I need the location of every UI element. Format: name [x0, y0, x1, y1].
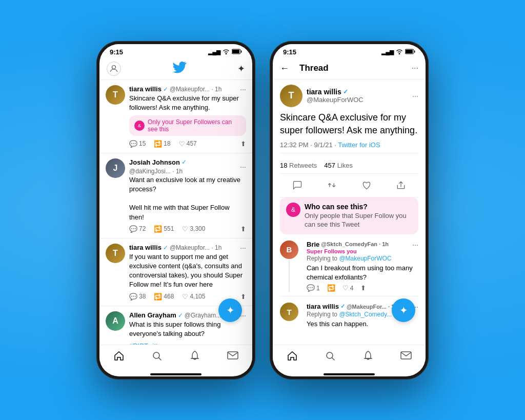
nav-search-1[interactable] [152, 351, 162, 364]
nav-messages-2[interactable] [400, 351, 412, 363]
reply-action-thread[interactable] [292, 180, 302, 193]
more-btn-main[interactable]: ··· [412, 92, 418, 100]
reply-2-name: tiara willis ✓ @MakeupFor... · 10m [307, 303, 402, 310]
status-time-1: 9:15 [110, 48, 123, 56]
like-action-1[interactable]: ♡ 457 [179, 140, 197, 148]
rt-icon-1: 🔁 [154, 140, 162, 148]
svg-rect-9 [406, 50, 413, 53]
compose-fab-1[interactable]: ✦ [218, 298, 242, 322]
share-action-thread[interactable] [396, 180, 406, 193]
verified-1: ✓ [163, 86, 168, 93]
main-tweet-meta: 12:32 PM · 9/1/21 · Twitter for iOS [280, 141, 418, 153]
tweet-3-user: tiara willis ✓ @Makeupfor... · 1h [129, 244, 237, 251]
likes-stat: 457 Likes [324, 162, 353, 169]
reply-1-actions: 💬 1 🔁 ♡ 4 ⬆ [307, 284, 418, 292]
signal-icon: ▂▄▆ [208, 49, 220, 55]
rt-reply-1[interactable]: 🔁 [327, 284, 335, 292]
user-name-2: Josiah Johnson [129, 158, 180, 166]
reply-action-1[interactable]: 💬 15 [129, 140, 146, 148]
tweet-3-header: tiara willis ✓ @Makeupfor... · 1h ··· [129, 244, 246, 252]
tweet-source-link[interactable]: Twitter for iOS [338, 141, 380, 149]
like-action-thread[interactable] [361, 180, 372, 193]
rt-count-1: 18 [164, 140, 170, 147]
main-tweet-stats: 18 Retweets 457 Likes [280, 157, 418, 174]
who-can-see-banner: & Who can see this? Only people that Sup… [280, 197, 418, 234]
reply-1-user: Brie @Sktch_ComedyFan · 1h Super Follows… [307, 241, 389, 255]
share-reply-1[interactable]: ⬆ [360, 284, 366, 292]
main-tweet-name: tiara willis ✓ [307, 88, 364, 96]
sparkle-icon[interactable]: ✦ [237, 63, 245, 74]
tweet-1-header: tiara willis ✓ @Makeupfor... · 1h ··· [129, 85, 246, 93]
wifi-icon-2 [396, 49, 403, 55]
user-name-3: tiara willis [129, 244, 161, 251]
handle-2: @daKingJosi... · 1h [129, 168, 183, 175]
tweet-3-content: tiara willis ✓ @Makeupfor... · 1h ··· If… [129, 244, 246, 301]
nav-notifications-2[interactable] [363, 350, 373, 364]
reply-avatar-brie: B [280, 241, 298, 259]
status-time-2: 9:15 [283, 48, 296, 56]
nav-home-2[interactable] [287, 350, 298, 364]
phone-feed: 9:15 ▂▄▆ [96, 41, 255, 379]
more-btn-thread[interactable]: ··· [412, 64, 418, 73]
tweet-2-actions: 💬 72 🔁 551 ♡ 3,300 ⬆ [129, 225, 246, 233]
verified-2: ✓ [181, 158, 187, 166]
tweet-2-user: Josiah Johnson ✓ @daKingJosi... · 1h [129, 158, 237, 175]
share-icon-1[interactable]: ⬆ [240, 140, 246, 148]
svg-rect-14 [401, 352, 411, 359]
main-tweet-user: T tiara willis ✓ @MakeupForWOC [280, 85, 364, 107]
nav-search-2[interactable] [325, 351, 335, 364]
reply-action-2[interactable]: 💬 72 [129, 225, 146, 233]
more-btn-2[interactable]: ··· [237, 163, 246, 171]
reply-2-user: tiara willis ✓ @MakeupFor... · 10m [307, 303, 402, 310]
more-btn-1[interactable]: ··· [237, 85, 246, 93]
battery-icon-2 [405, 49, 415, 55]
status-icons-1: ▂▄▆ [208, 49, 242, 55]
reply-item-brie: B Brie @Sktch_ComedyFan · 1h Super Follo… [280, 241, 418, 296]
like-reply-1[interactable]: ♡ 4 [342, 284, 354, 292]
rt-action-2[interactable]: 🔁 551 [154, 225, 174, 233]
nav-messages-1[interactable] [227, 351, 238, 363]
bottom-nav-1 [99, 345, 252, 371]
like-icon-1: ♡ [179, 140, 185, 148]
nav-notifications-1[interactable] [190, 350, 200, 364]
more-btn-brie[interactable]: ··· [412, 241, 418, 249]
retweet-stat: 18 Retweets [280, 162, 317, 169]
avatar-tiara-1: T [106, 85, 125, 105]
wifi-icon [223, 49, 230, 55]
retweet-label: Retweets [289, 162, 317, 169]
reply-1-text: Can I breakout from using too many chemi… [307, 264, 418, 282]
main-tweet-header: T tiara willis ✓ @MakeupForWOC ··· [280, 85, 418, 107]
compose-fab-2[interactable]: ✦ [392, 298, 415, 322]
rt-action-1[interactable]: 🔁 18 [154, 140, 170, 148]
like-action-2[interactable]: ♡ 3,300 [182, 225, 205, 233]
svg-rect-10 [414, 50, 415, 52]
rt-action-thread[interactable] [327, 180, 337, 193]
reply-reply-1[interactable]: 💬 1 [307, 284, 320, 292]
reply-avatar-tiara: T [280, 303, 298, 321]
status-icons-2: ▂▄▆ [381, 49, 415, 55]
feed-header: ✦ [99, 58, 252, 80]
svg-rect-1 [232, 50, 239, 53]
tweet-1-content: tiara willis ✓ @Makeupfor... · 1h ··· Sk… [129, 85, 246, 148]
reply-1-header: Brie @Sktch_ComedyFan · 1h Super Follows… [307, 241, 418, 255]
tweet-1-text: Skincare Q&A exclusive for my super foll… [129, 94, 246, 112]
nav-home-1[interactable] [113, 350, 125, 364]
back-button[interactable]: ← [280, 63, 289, 74]
twitter-logo [172, 61, 187, 76]
main-tweet-actions [280, 178, 418, 197]
tweet-1-user: tiara willis ✓ @Makeupfor... · 1h [129, 85, 237, 93]
signal-icon-2: ▂▄▆ [381, 49, 394, 55]
reply-icon-1: 💬 [129, 140, 137, 148]
profile-icon[interactable] [107, 62, 121, 76]
thread-header: ← Thread ··· [273, 58, 426, 79]
sf-icon-1: & [134, 121, 145, 131]
tweet-item: T tiara willis ✓ @Makeupfor... · 1h ··· … [99, 80, 252, 153]
user-name-1: tiara willis [129, 85, 161, 93]
likes-count: 457 [324, 162, 335, 169]
svg-rect-2 [241, 50, 242, 52]
like-count-1: 457 [187, 140, 197, 147]
status-bar-2: 9:15 ▂▄▆ [273, 44, 426, 58]
main-tweet-avatar: T [280, 85, 302, 107]
sf-text-1: Only your Super Followers can see this [148, 118, 241, 133]
super-follow-badge-1: & Only your Super Followers can see this [129, 115, 246, 136]
